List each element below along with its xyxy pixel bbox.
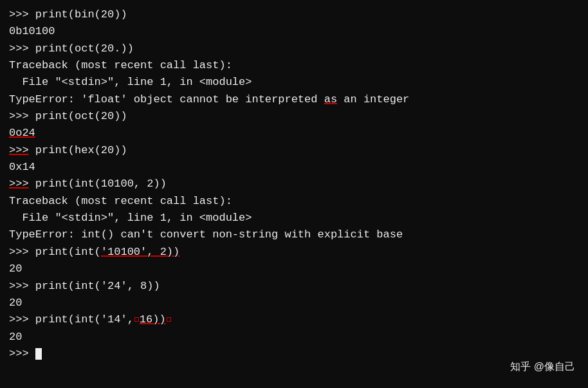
line-7: >>> print(oct(20))	[9, 108, 579, 125]
line-2: 0b10100	[9, 23, 579, 40]
line-17: >>> print(int('24', 8))	[9, 278, 579, 295]
underline-16: 16))	[140, 313, 166, 326]
line-8: 0o24	[9, 125, 579, 142]
line-6: TypeError: 'float' object cannot be inte…	[9, 91, 579, 108]
line-12: Traceback (most recent call last):	[9, 193, 579, 210]
line-11: >>> print(int(10100, 2))	[9, 176, 579, 192]
line-16: 20	[9, 261, 579, 277]
line-14: TypeError: int() can't convert non-strin…	[9, 226, 579, 243]
terminal: >>> print(bin(20)) 0b10100 >>> print(oct…	[0, 0, 588, 388]
underline-as: as	[324, 93, 337, 106]
line-9: >>> print(hex(20))	[9, 142, 579, 159]
underline-prompt-hex: >>>	[9, 144, 29, 156]
underline-10100: '10100', 2))	[101, 246, 179, 258]
line-15: >>> print(int('10100', 2))	[9, 244, 579, 261]
line-5: File "<stdin>", line 1, in <module>	[9, 74, 579, 91]
underline-0o24: 0o24	[9, 127, 35, 139]
sel-box-left	[134, 317, 139, 322]
line-18: 20	[9, 295, 579, 311]
line-21: >>>	[9, 346, 579, 362]
terminal-cursor	[35, 348, 42, 360]
line-4: Traceback (most recent call last):	[9, 57, 579, 74]
watermark: 知乎 @像自己	[510, 359, 575, 375]
sel-box-right	[167, 317, 171, 322]
line-19: >>> print(int('14',16))	[9, 311, 579, 328]
line-3: >>> print(oct(20.))	[9, 41, 579, 57]
line-10: 0x14	[9, 159, 579, 176]
line-13: File "<stdin>", line 1, in <module>	[9, 210, 579, 226]
underline-prompt-int: >>>	[9, 178, 29, 190]
line-1: >>> print(bin(20))	[9, 6, 579, 23]
line-20: 20	[9, 329, 579, 346]
